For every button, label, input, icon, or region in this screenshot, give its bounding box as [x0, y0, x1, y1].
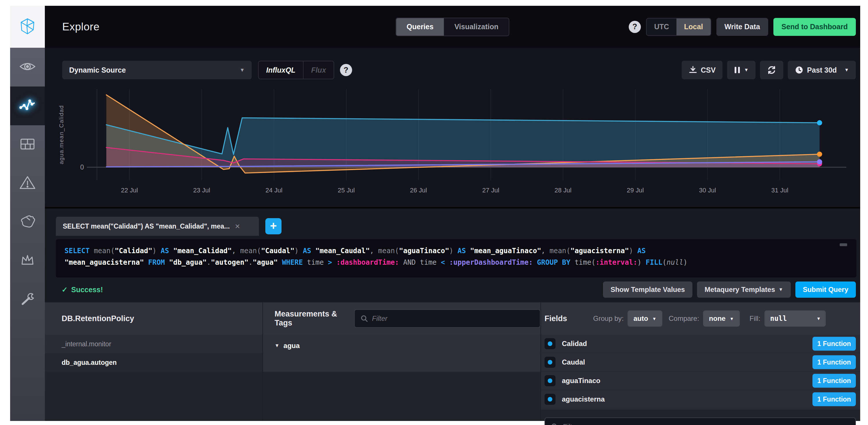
crown-icon: [19, 252, 36, 270]
function-count-button[interactable]: 1 Function: [812, 374, 856, 388]
field-row-Caudal[interactable]: Caudal1 Function: [541, 353, 860, 372]
metaquery-templates-dropdown[interactable]: Metaquery Templates ▼: [697, 281, 790, 298]
selected-dot-icon: [548, 397, 552, 401]
query-token: AS: [161, 247, 173, 255]
graph-controls-right: CSV ▼: [682, 61, 856, 79]
graph-controls-row: Dynamic Source ▼ InfluxQL Flux ?: [62, 61, 856, 79]
query-token: "db_agua": [169, 259, 207, 267]
pause-dropdown-button[interactable]: ▼: [727, 61, 755, 79]
query-token: ): [638, 259, 646, 267]
close-icon[interactable]: ×: [235, 222, 240, 231]
check-icon: ✓: [62, 285, 68, 294]
query-token: "mean_aguacisterna": [64, 259, 148, 267]
x-tick-label: 27 Jul: [482, 187, 499, 194]
group-by-dropdown[interactable]: auto ▼: [627, 310, 662, 327]
time-range-dropdown[interactable]: Past 30d ▼: [788, 61, 856, 79]
group-by-label: Group by:: [593, 314, 623, 323]
query-token: ): [449, 247, 458, 255]
query-token: :upperDashboardTime:: [449, 259, 533, 267]
show-template-values-button[interactable]: Show Template Values: [603, 281, 692, 298]
add-query-tab-button[interactable]: +: [265, 218, 281, 234]
query-token: ): [629, 247, 638, 255]
download-csv-button[interactable]: CSV: [682, 61, 722, 79]
sidebar-item-eye[interactable]: [10, 48, 45, 87]
chevron-down-icon: ▼: [275, 343, 279, 348]
field-checkbox[interactable]: [545, 338, 556, 349]
search-icon: [551, 423, 558, 425]
function-count-button[interactable]: 1 Function: [812, 337, 856, 351]
query-token: "mean_Caudal": [315, 247, 370, 255]
query-tab[interactable]: SELECT mean("Calidad") AS "mean_Calidad"…: [56, 217, 259, 236]
x-tick-label: 25 Jul: [338, 187, 355, 194]
x-tick-label: 24 Jul: [266, 187, 283, 194]
x-tick-label: 29 Jul: [627, 187, 644, 194]
send-to-dashboard-button[interactable]: Send to Dashboard: [773, 18, 856, 36]
flux-toggle-button[interactable]: Flux: [304, 61, 333, 79]
field-label: Calidad: [562, 340, 587, 348]
refresh-button[interactable]: [760, 61, 783, 79]
query-tab-title: SELECT mean("Calidad") AS "mean_Calidad"…: [63, 222, 230, 230]
query-token: ): [683, 259, 687, 267]
db-retention-item[interactable]: db_agua.autogen: [45, 353, 262, 372]
db-column-body: [45, 372, 262, 421]
timezone-local-button[interactable]: Local: [677, 19, 710, 35]
measurement-row-agua[interactable]: ▼ agua: [263, 335, 540, 372]
write-data-button[interactable]: Write Data: [716, 18, 768, 36]
field-checkbox[interactable]: [545, 357, 556, 368]
query-help-icon[interactable]: ?: [340, 64, 352, 76]
compare-value: none: [709, 314, 725, 323]
sidebar-item-dashboards-grid[interactable]: [10, 125, 45, 164]
x-tick-label: 26 Jul: [410, 187, 427, 194]
sidebar-item-wrench[interactable]: [10, 280, 45, 319]
sidebar-item-crown[interactable]: [10, 242, 45, 280]
influxql-toggle-button[interactable]: InfluxQL: [259, 61, 304, 79]
query-token: time(: [575, 259, 595, 267]
sidebar-item-hand[interactable]: [10, 203, 45, 242]
fields-filter-input[interactable]: Filter: [545, 418, 856, 425]
field-row-aguaTinaco[interactable]: aguaTinaco1 Function: [541, 372, 860, 390]
time-series-chart[interactable]: 22 Jul23 Jul24 Jul25 Jul26 Jul27 Jul28 J…: [56, 85, 855, 201]
query-token: "mean_aguaTinaco": [470, 247, 541, 255]
code-scrollbar-thumb[interactable]: [840, 243, 847, 246]
page-title: Explore: [62, 21, 99, 33]
field-checkbox[interactable]: [545, 375, 556, 386]
query-token: FILL: [646, 259, 662, 267]
chronograf-app: Explore Queries Visualization ? UTC Loca…: [10, 6, 860, 421]
tab-visualization[interactable]: Visualization: [444, 18, 509, 36]
query-language-toggle: InfluxQL Flux: [258, 61, 334, 79]
query-token: "Caudal": [261, 247, 294, 255]
sidebar-logo-tile[interactable]: [10, 6, 45, 48]
query-token: mean(: [378, 247, 399, 255]
status-text: Success!: [71, 285, 103, 294]
measurements-column-header: Measurements & Tags Filter: [263, 302, 540, 335]
refresh-icon: [767, 65, 776, 74]
function-count-button[interactable]: 1 Function: [812, 392, 856, 406]
query-code-editor[interactable]: SELECT mean("Calidad") AS "mean_Calidad"…: [56, 239, 857, 277]
x-tick-label: 30 Jul: [699, 187, 716, 194]
submit-query-button[interactable]: Submit Query: [795, 281, 856, 298]
help-icon[interactable]: ?: [629, 21, 641, 33]
clock-icon: [795, 66, 804, 74]
field-row-Calidad[interactable]: Calidad1 Function: [541, 335, 860, 353]
function-count-button[interactable]: 1 Function: [812, 355, 856, 369]
measurements-filter-input[interactable]: Filter: [354, 309, 540, 328]
query-token: .: [207, 259, 211, 267]
timezone-utc-button[interactable]: UTC: [647, 19, 677, 35]
query-token: "mean_Calidad": [173, 247, 232, 255]
fill-dropdown[interactable]: null ▼: [765, 310, 826, 327]
source-dropdown[interactable]: Dynamic Source ▼: [62, 61, 252, 79]
tab-queries[interactable]: Queries: [396, 18, 444, 36]
sidebar-item-alert-triangle[interactable]: [10, 164, 45, 203]
search-icon: [361, 315, 368, 322]
field-checkbox[interactable]: [545, 394, 556, 405]
x-tick-label: 28 Jul: [555, 187, 572, 194]
query-token: mean(: [240, 247, 261, 255]
field-row-aguacisterna[interactable]: aguacisterna1 Function: [541, 390, 860, 409]
time-range-value: Past 30d: [807, 66, 837, 74]
db-retention-item[interactable]: _internal.monitor: [45, 335, 262, 353]
query-token: "aguaTinaco": [399, 247, 449, 255]
sidebar-item-graph-pulse[interactable]: [10, 87, 45, 125]
timezone-toggle: UTC Local: [646, 18, 711, 36]
compare-dropdown[interactable]: none ▼: [703, 310, 740, 327]
top-header-bar: Explore Queries Visualization ? UTC Loca…: [45, 6, 860, 48]
